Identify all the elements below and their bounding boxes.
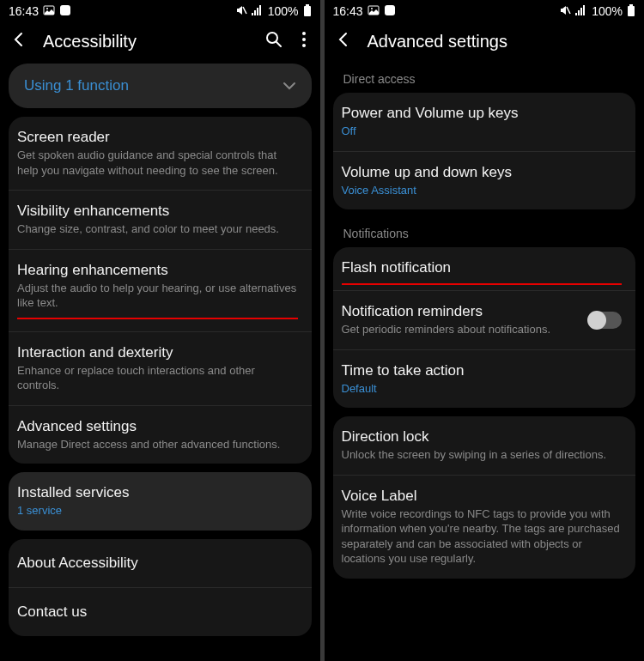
signal-icon (575, 4, 587, 18)
item-about[interactable]: About Accessibility (9, 539, 312, 588)
item-direction-lock[interactable]: Direction lock Unlock the screen by swip… (333, 416, 636, 476)
svg-rect-7 (259, 5, 261, 15)
battery-icon (627, 4, 635, 19)
info-card: About Accessibility Contact us (9, 539, 312, 636)
item-title: Advanced settings (17, 418, 298, 435)
svg-rect-20 (578, 10, 580, 15)
item-visibility[interactable]: Visibility enhancements Change size, con… (9, 191, 312, 250)
item-title: Voice Label (342, 488, 623, 505)
notifications-card: Flash notification Notification reminder… (333, 247, 636, 408)
mute-icon (559, 4, 571, 19)
item-interaction[interactable]: Interaction and dexterity Enhance or rep… (9, 332, 312, 406)
toggle-knob (587, 311, 606, 330)
svg-rect-21 (580, 8, 582, 15)
item-sub: Unlock the screen by swiping in a series… (342, 447, 623, 463)
highlight-underline (342, 283, 623, 285)
svg-rect-22 (583, 5, 585, 15)
item-title: Contact us (17, 603, 298, 621)
battery-percent: 100% (268, 4, 299, 18)
page-title: Accessibility (43, 32, 250, 52)
svg-point-10 (267, 33, 277, 43)
chevron-down-icon (283, 78, 296, 94)
svg-rect-19 (575, 13, 577, 15)
item-installed[interactable]: Installed services 1 service (9, 472, 312, 531)
picture-icon (43, 4, 55, 19)
svg-point-16 (371, 8, 373, 9)
item-title: Screen reader (17, 129, 298, 146)
section-direct-access: Direct access (333, 64, 636, 93)
content-right: Direct access Power and Volume up keys O… (325, 64, 645, 661)
item-title: Hearing enhancements (17, 262, 298, 279)
status-left: 16:43 (333, 4, 396, 19)
item-sub: Get periodic reminders about notificatio… (342, 322, 581, 337)
back-icon[interactable] (335, 31, 352, 52)
item-title: Direction lock (342, 428, 623, 446)
back-icon[interactable] (10, 31, 27, 52)
settings-card: Screen reader Get spoken audio guidance … (9, 117, 312, 464)
svg-line-18 (567, 7, 570, 14)
item-notification-reminders[interactable]: Notification reminders Get periodic remi… (333, 291, 636, 350)
status-left: 16:43 (9, 4, 71, 19)
item-title: Power and Volume up keys (342, 105, 623, 122)
item-title: Volume up and down keys (342, 164, 623, 181)
svg-point-1 (46, 8, 48, 9)
highlight-underline (17, 318, 298, 319)
item-voice-label[interactable]: Voice Label Write voice recordings to NF… (333, 476, 636, 579)
misc-card: Direction lock Unlock the screen by swip… (333, 416, 636, 579)
header: Advanced settings (325, 22, 645, 64)
svg-rect-17 (385, 5, 395, 15)
svg-rect-6 (257, 8, 258, 15)
signal-icon (252, 4, 264, 18)
svg-rect-4 (252, 13, 253, 15)
app-icon (384, 4, 396, 19)
svg-rect-2 (60, 5, 70, 15)
phone-left: 16:43 100% Accessibility (0, 0, 320, 661)
svg-rect-24 (628, 6, 635, 16)
item-contact[interactable]: Contact us (9, 588, 312, 636)
battery-icon (303, 4, 312, 19)
item-title: Time to take action (342, 362, 623, 379)
svg-rect-5 (254, 10, 256, 15)
item-sub: Manage Direct access and other advanced … (17, 437, 298, 452)
section-notifications: Notifications (333, 218, 636, 247)
item-time-to-action[interactable]: Time to take action Default (333, 350, 636, 409)
item-power-volume[interactable]: Power and Volume up keys Off (333, 93, 636, 152)
item-title: Interaction and dexterity (17, 344, 298, 361)
item-sub: Adjust the audio to help your hearing, o… (17, 281, 298, 311)
battery-percent: 100% (592, 4, 623, 18)
search-icon[interactable] (265, 31, 283, 52)
page-title: Advanced settings (368, 32, 635, 52)
mute-icon (235, 4, 247, 19)
item-volume-keys[interactable]: Volume up and down keys Voice Assistant (333, 152, 636, 210)
item-advanced[interactable]: Advanced settings Manage Direct access a… (9, 406, 312, 464)
toggle-reminders[interactable] (589, 312, 622, 329)
phone-right: 16:43 100% Advanced settings (325, 0, 645, 661)
status-right: 100% (235, 4, 312, 19)
item-sub: Off (342, 124, 623, 139)
svg-rect-8 (306, 4, 309, 6)
header: Accessibility (0, 22, 320, 64)
functions-banner[interactable]: Using 1 function (9, 64, 312, 108)
picture-icon (368, 4, 380, 19)
status-time: 16:43 (333, 4, 363, 18)
more-icon[interactable] (301, 31, 307, 52)
item-flash-notification[interactable]: Flash notification (333, 247, 636, 291)
status-time: 16:43 (9, 4, 39, 18)
item-sub: Enhance or replace touch interactions an… (17, 363, 298, 393)
svg-line-3 (243, 7, 246, 14)
svg-point-14 (302, 44, 306, 47)
item-screen-reader[interactable]: Screen reader Get spoken audio guidance … (9, 117, 312, 191)
status-bar: 16:43 100% (325, 0, 645, 22)
direct-access-card: Power and Volume up keys Off Volume up a… (333, 93, 636, 209)
svg-line-11 (276, 42, 281, 46)
item-sub: Voice Assistant (342, 183, 623, 198)
item-title: Flash notification (342, 259, 623, 276)
item-title: About Accessibility (17, 555, 298, 572)
item-sub: Write voice recordings to NFC tags to pr… (342, 506, 623, 567)
item-title: Notification reminders (342, 303, 581, 320)
item-sub: 1 service (17, 503, 298, 518)
item-sub: Get spoken audio guidance and special co… (17, 148, 298, 178)
item-hearing[interactable]: Hearing enhancements Adjust the audio to… (9, 250, 312, 332)
svg-rect-9 (304, 6, 311, 16)
app-icon (59, 4, 71, 19)
